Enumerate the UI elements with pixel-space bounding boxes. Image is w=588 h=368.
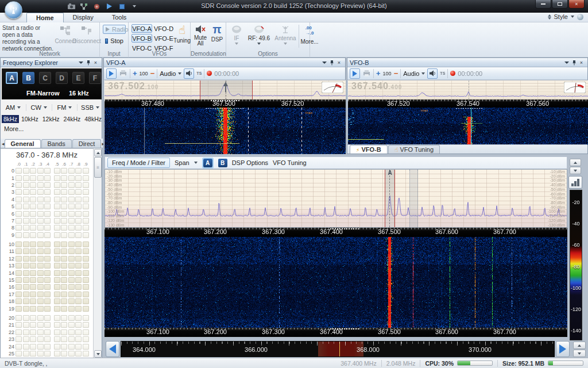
freq-cell[interactable] [23, 248, 29, 254]
marker-a-button[interactable]: A [202, 158, 214, 168]
freq-cell[interactable] [23, 277, 29, 283]
bw-24khz-button[interactable]: 24kHz [61, 115, 82, 123]
freq-cell[interactable] [75, 225, 82, 231]
bw-10khz-button[interactable]: 10kHz [20, 115, 40, 123]
scroll-down-icon[interactable] [94, 350, 102, 358]
freq-cell[interactable] [68, 175, 75, 181]
freq-cell[interactable] [75, 351, 82, 356]
freq-cell[interactable] [54, 329, 60, 335]
freq-cell[interactable] [83, 225, 89, 231]
freq-cell[interactable] [54, 344, 60, 350]
freq-cell[interactable] [37, 218, 44, 224]
freq-cell[interactable] [30, 197, 36, 202]
tab-tools[interactable]: Tools [103, 13, 136, 22]
freq-cell[interactable] [83, 168, 89, 174]
freq-cell[interactable] [68, 292, 75, 297]
span-dropdown[interactable]: Span [175, 159, 189, 166]
freq-cell[interactable] [75, 218, 82, 224]
play-button[interactable] [350, 68, 360, 79]
freq-cell[interactable] [61, 336, 67, 342]
freq-cell[interactable] [37, 329, 44, 335]
freq-cell[interactable] [30, 284, 36, 290]
tune-marker-icon[interactable] [223, 82, 229, 92]
freq-cell[interactable] [61, 270, 67, 276]
freq-cell[interactable] [83, 306, 89, 312]
vfo-letter-a[interactable]: A [6, 72, 18, 84]
freq-cell[interactable] [54, 204, 60, 209]
squelch-button[interactable]: TS [196, 71, 202, 75]
freq-cell[interactable] [68, 322, 75, 328]
panel-menu-icon[interactable] [77, 59, 84, 66]
freq-cell[interactable] [23, 225, 29, 231]
vfo-letter-b[interactable]: B [22, 72, 34, 84]
freq-cell[interactable] [54, 168, 60, 174]
freq-cell[interactable] [75, 263, 82, 269]
freq-cell[interactable] [54, 284, 60, 290]
freq-cell[interactable] [54, 218, 60, 224]
freq-cell[interactable] [83, 292, 89, 297]
updown-icon[interactable] [548, 14, 551, 20]
freq-cell[interactable] [83, 263, 89, 269]
mode-cw-button[interactable]: CW [26, 104, 52, 111]
freq-cell[interactable] [30, 182, 36, 188]
freq-cell[interactable] [44, 306, 51, 312]
freq-cell[interactable] [75, 248, 82, 254]
freq-cell[interactable] [61, 248, 67, 254]
vfo-b-spectrum[interactable]: 367.540.400 [348, 80, 588, 99]
freq-cell[interactable] [61, 292, 67, 297]
main-waterfall[interactable] [105, 237, 567, 328]
freq-cell[interactable] [16, 248, 22, 254]
freq-cell[interactable] [37, 284, 44, 290]
freq-cell[interactable] [30, 248, 36, 254]
freq-cell[interactable] [61, 232, 67, 238]
freq-cell[interactable] [61, 263, 67, 269]
freq-cell[interactable] [61, 298, 67, 304]
freq-cell[interactable] [37, 211, 44, 217]
freq-cell[interactable] [30, 329, 36, 335]
freq-cell[interactable] [44, 329, 51, 335]
freq-cell[interactable] [16, 344, 22, 350]
freq-cell[interactable] [23, 344, 29, 350]
freq-cell[interactable] [23, 197, 29, 202]
freq-cell[interactable] [30, 241, 36, 247]
freq-cell[interactable] [61, 344, 67, 350]
freq-cell[interactable] [75, 241, 82, 247]
freq-cell[interactable] [75, 322, 82, 328]
freq-cell[interactable] [30, 168, 36, 174]
tab-direct[interactable]: Direct [72, 139, 102, 148]
freq-cell[interactable] [16, 175, 22, 181]
freq-cell[interactable] [68, 298, 75, 304]
freq-cell[interactable] [30, 270, 36, 276]
freq-cell[interactable] [44, 277, 51, 283]
vfo-b-button[interactable]: VFO-B [131, 34, 152, 43]
freq-cell[interactable] [75, 189, 82, 195]
freq-cell[interactable] [83, 270, 89, 276]
freq-cell[interactable] [16, 298, 22, 304]
freq-cell[interactable] [75, 197, 82, 202]
freq-cell[interactable] [83, 284, 89, 290]
vfo-letter-c[interactable]: C [39, 72, 51, 84]
freq-cell[interactable] [44, 256, 51, 262]
freq-cell[interactable] [30, 175, 36, 181]
freq-cell[interactable] [54, 306, 60, 312]
freq-cell[interactable] [83, 256, 89, 262]
freq-cell[interactable] [44, 232, 51, 238]
palette-bar[interactable]: -20-40-60-80-100-120-140 [570, 190, 582, 340]
freq-cell[interactable] [61, 315, 67, 321]
freq-cell[interactable] [68, 256, 75, 262]
freq-cell[interactable] [54, 232, 60, 238]
freq-cell[interactable] [54, 182, 60, 188]
freq-cell[interactable] [44, 168, 51, 174]
freq-cell[interactable] [37, 322, 44, 328]
tab-general[interactable]: General [5, 139, 41, 148]
freq-cell[interactable] [83, 322, 89, 328]
freq-cell[interactable] [61, 306, 67, 312]
freq-cell[interactable] [68, 204, 75, 209]
freq-cell[interactable] [44, 189, 51, 195]
freq-cell[interactable] [16, 211, 22, 217]
freq-cell[interactable] [16, 351, 22, 356]
histogram-button[interactable] [568, 176, 582, 189]
freq-cell[interactable] [30, 218, 36, 224]
freq-cell[interactable] [61, 204, 67, 209]
freq-cell[interactable] [61, 225, 67, 231]
